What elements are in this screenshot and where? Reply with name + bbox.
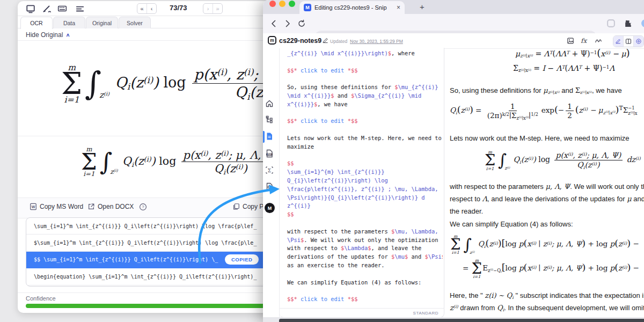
pen-icon[interactable] (42, 4, 52, 13)
markdown-editor[interactable]: _{z^{(i)} \mid x^{(i)}}\right)$, where▸$… (280, 48, 444, 318)
back-icon[interactable] (269, 19, 278, 28)
paragraph: with respect to the parameters μ, Λ, Ψ. … (450, 182, 644, 191)
pdf-icon[interactable]: PDF (265, 149, 274, 158)
standard-mode-label: STANDARD (413, 311, 438, 316)
preview-mode-button[interactable] (633, 36, 643, 47)
last-page-button[interactable]: » (213, 4, 222, 13)
editor-line[interactable] (287, 151, 443, 160)
first-page-button[interactable]: « (137, 4, 147, 13)
tab-ocr[interactable]: OCR (20, 17, 53, 29)
open-docx-button[interactable]: Open DOCX (87, 203, 134, 210)
editor-line[interactable] (287, 58, 443, 67)
screenshot-icon[interactable] (26, 4, 35, 13)
tab-close-icon[interactable]: × (397, 4, 400, 11)
paragraph: Here, the " z(i) ∼ Qi " subscript indica… (450, 291, 644, 299)
editor-line[interactable]: \Psi$. We will work out only the optimiz… (287, 236, 443, 245)
edit-mode-button[interactable] (613, 36, 623, 47)
forward-icon[interactable] (283, 19, 292, 28)
copy-ms-word-button[interactable]: W Copy MS Word (30, 203, 83, 210)
editor-line[interactable]: Lets now work out the M-step. Here, we n… (287, 134, 443, 143)
document-title: cs229-notes9 (279, 37, 321, 45)
mathpix-extension-icon[interactable] (606, 19, 616, 28)
editor-line[interactable]: So, using these definitions for $\mu_{z^… (287, 83, 443, 92)
fx-icon[interactable]: fx (581, 37, 588, 45)
editor-line[interactable]: We can simplify Equation (4) as follows: (287, 279, 443, 287)
app-sidebar: PDF Σ M (263, 48, 279, 322)
minimize-window-button[interactable] (279, 1, 286, 7)
equation-maximize: mΣi=1∫z(i) Qi(z(i)) log p(x(i), z(i); μ,… (484, 150, 641, 171)
help-button[interactable]: ? (139, 203, 147, 210)
hide-original-toggle[interactable]: Hide Original ∧ (26, 31, 70, 39)
editor-line[interactable]: $$ (287, 210, 443, 219)
image-icon[interactable] (567, 37, 574, 45)
lines-icon[interactable] (75, 4, 85, 13)
mathpix-logo: m (268, 36, 276, 45)
editor-line[interactable]: with respect to the parameters $\mu, \La… (287, 228, 443, 236)
document-search-icon[interactable] (265, 182, 274, 191)
editor-line[interactable]: ▸$$ (287, 159, 443, 168)
copied-badge: COPIED (225, 254, 259, 265)
equation-qi: Qi(z(i)) = 1(2π)k/2∣Σz(i)∣x(i)∣1/2exp(−1… (450, 102, 637, 120)
editor-line[interactable]: \Psi\right)}{Q_{i}\left(z^{(i)}\right)} … (287, 194, 443, 202)
open-docx-label: Open DOCX (98, 203, 134, 210)
editor-line[interactable]: with respect to $\Lambda$, and leave the (287, 244, 443, 253)
editor-line[interactable]: as an exercise to the reader. (287, 261, 443, 270)
keyboard-icon[interactable] (57, 4, 67, 13)
equation-sigma: Σz(i)∣x(i) = I − ΛT(ΛΛT + Ψ)−1Λ (513, 64, 614, 72)
tab-original[interactable]: Original (86, 17, 118, 28)
user-avatar[interactable]: M (265, 203, 275, 213)
svg-text:?: ? (142, 204, 144, 209)
editor-line[interactable]: Q_{i}\left(z^{(i)}\right) \log (287, 177, 443, 185)
editor-line[interactable] (287, 75, 443, 83)
tab-solver[interactable]: Solver (119, 17, 151, 28)
editor-line[interactable] (287, 270, 443, 279)
window-bottom-edge (279, 319, 644, 322)
ink-icon[interactable] (595, 37, 602, 45)
extensions-puzzle-icon[interactable] (624, 19, 633, 28)
paragraph: We can simplify Equation (4) as follows: (450, 220, 573, 228)
tree-icon[interactable] (265, 115, 274, 124)
tab-title: Editing cs229-notes9 - Snip (314, 4, 387, 11)
browser-tab[interactable]: M Editing cs229-notes9 - Snip × (299, 1, 405, 14)
screenshot-canvas: « ‹ 73/73 › » OCRDataOriginalSolver Hide… (0, 0, 644, 322)
editor-line[interactable]: \mid x^{(i)}}$ and $\Sigma_{z^{(i)} \mid (287, 92, 443, 100)
home-icon[interactable] (265, 99, 274, 108)
external-link-icon (87, 203, 95, 210)
editor-line[interactable]: x^{(i)}}$, we have (287, 100, 443, 109)
svg-text:W: W (32, 205, 35, 209)
page-nav-back-group: « ‹ (137, 3, 157, 14)
browser-toolbar: snip.mathpix.com/mathpix-example/notes/4… (263, 14, 644, 33)
editor-line[interactable]: z^{(i)} (287, 202, 443, 210)
editor-line[interactable]: ▸$$* click to edit *$$ (287, 67, 443, 75)
chevron-up-icon: ∧ (65, 32, 70, 38)
close-window-button[interactable] (269, 1, 276, 7)
updated-label: Updated (330, 39, 347, 44)
editor-line[interactable]: \frac{p\left(x^{(i)}, z^{(i)} ; \mu, \La… (287, 185, 443, 194)
edit-title-icon[interactable] (322, 37, 330, 45)
editor-lines: _{z^{(i)} \mid x^{(i)}}\right)$, where▸$… (287, 49, 443, 304)
editor-line[interactable]: maximize (287, 143, 443, 151)
ms-word-icon: W (30, 203, 37, 210)
sigma-snip-icon[interactable]: Σ (265, 166, 274, 174)
editor-line[interactable]: ▸$$* click to edit *$$ (287, 117, 443, 126)
app-header: m cs229-notes9 Updated Nov 30, 2023, 1:5… (263, 33, 644, 49)
editor-line[interactable]: _{z^{(i)} \mid x^{(i)}}\right)$, where (287, 49, 443, 58)
zoom-window-button[interactable] (289, 1, 295, 7)
editor-line[interactable] (287, 109, 443, 118)
profile-icon[interactable] (641, 19, 644, 28)
editor-line[interactable]: \sum_{i=1}^{m} \int_{z^{(i)}} (287, 168, 443, 177)
editor-line[interactable] (287, 287, 443, 295)
document-icon[interactable] (265, 132, 274, 141)
editor-line[interactable]: ▸$$* click to edit *$$ (287, 295, 443, 304)
reload-icon[interactable] (297, 19, 306, 28)
editor-line[interactable] (287, 126, 443, 134)
split-view-button[interactable] (623, 36, 633, 47)
next-page-button[interactable]: › (203, 4, 213, 13)
editor-line[interactable] (287, 219, 443, 228)
editor-line[interactable]: derivations of the updates for $\mu$ and… (287, 253, 443, 261)
new-tab-button[interactable]: + (420, 2, 425, 11)
tab-data[interactable]: Data (53, 17, 85, 28)
hide-original-label: Hide Original (26, 31, 63, 39)
prev-page-button[interactable]: ‹ (147, 4, 156, 13)
svg-text:PDF: PDF (267, 153, 272, 156)
